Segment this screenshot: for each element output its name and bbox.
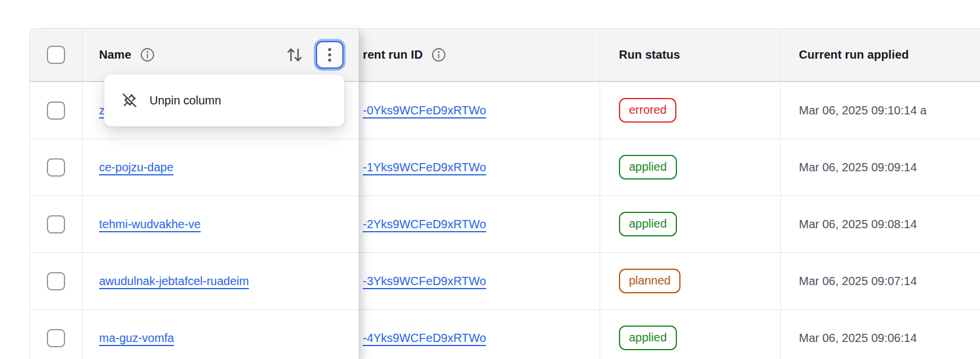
- status-badge: applied: [619, 155, 677, 180]
- run-id-link[interactable]: -4Yks9WCFeD9xRTWo: [363, 331, 486, 345]
- column-header-label: rent run ID: [363, 48, 423, 62]
- pin-off-icon: [121, 92, 138, 109]
- unpin-column-label: Unpin column: [149, 94, 221, 107]
- table-cell-select: [30, 82, 82, 139]
- column-run-status: Run status errored applied applied plann…: [600, 29, 781, 359]
- column-header-label: Run status: [619, 48, 680, 62]
- row-checkbox[interactable]: [47, 272, 65, 290]
- name-link[interactable]: awudulnak-jebtafcel-ruadeim: [99, 275, 249, 288]
- table-cell-name: awudulnak-jebtafcel-ruadeim: [83, 253, 359, 310]
- run-id-link[interactable]: -2Yks9WCFeD9xRTWo: [363, 218, 486, 231]
- table-cell-run-id: -1Yks9WCFeD9xRTWo: [359, 139, 600, 196]
- table-cell-applied: Mar 06, 2025 09:07:14: [781, 253, 980, 310]
- column-header-label: Current run applied: [799, 48, 908, 62]
- table-cell-applied: Mar 06, 2025 09:10:14 a: [781, 82, 980, 139]
- info-icon[interactable]: [139, 47, 155, 63]
- status-badge: applied: [619, 326, 677, 350]
- table-cell-applied: Mar 06, 2025 09:08:14: [781, 196, 980, 253]
- column-select: [30, 29, 83, 359]
- row-checkbox[interactable]: [47, 158, 65, 177]
- table-cell-select: [30, 139, 82, 196]
- run-id-link[interactable]: -0Yks9WCFeD9xRTWo: [363, 104, 486, 117]
- run-id-link[interactable]: -1Yks9WCFeD9xRTWo: [363, 161, 486, 174]
- column-menu-button[interactable]: [316, 41, 343, 69]
- table-cell-select: [30, 196, 82, 253]
- timestamp: Mar 06, 2025 09:08:14: [799, 218, 917, 231]
- table-cell-status: applied: [600, 139, 780, 196]
- unpin-column-menu-item[interactable]: Unpin column: [104, 74, 344, 126]
- table-cell-status: applied: [600, 196, 780, 253]
- status-badge: applied: [619, 212, 677, 236]
- table-cell-run-id: -2Yks9WCFeD9xRTWo: [359, 196, 600, 253]
- column-header-current-run-applied: Current run applied: [781, 29, 980, 82]
- table-cell-status: applied: [600, 310, 780, 359]
- table-cell-name: ce-pojzu-dape: [83, 139, 359, 196]
- column-current-run-id: rent run ID -0Yks9WCFeD9xRTWo -1Yks9WCFe…: [359, 29, 600, 359]
- row-checkbox[interactable]: [47, 329, 65, 347]
- table-cell-run-id: -0Yks9WCFeD9xRTWo: [359, 82, 600, 139]
- runs-table: rent run ID -0Yks9WCFeD9xRTWo -1Yks9WCFe…: [29, 28, 980, 359]
- table-cell-select: [30, 253, 82, 310]
- column-header-run-status: Run status: [600, 29, 780, 82]
- run-id-link[interactable]: -3Yks9WCFeD9xRTWo: [363, 275, 486, 288]
- table-cell-applied: Mar 06, 2025 09:09:14: [781, 139, 980, 196]
- column-menu-dropdown: Unpin column: [104, 74, 345, 127]
- table-cell-applied: Mar 06, 2025 09:06:14: [781, 310, 980, 359]
- table-cell-run-id: -4Yks9WCFeD9xRTWo: [359, 310, 600, 359]
- vertical-dots-icon: [328, 48, 331, 51]
- table-cell-status: errored: [600, 82, 780, 139]
- timestamp: Mar 06, 2025 09:06:14: [799, 331, 917, 345]
- timestamp: Mar 06, 2025 09:07:14: [799, 275, 917, 288]
- select-all-header-cell: [30, 29, 82, 82]
- row-checkbox[interactable]: [47, 215, 65, 233]
- table-cell-run-id: -3Yks9WCFeD9xRTWo: [359, 253, 600, 310]
- name-link[interactable]: ce-pojzu-dape: [99, 161, 173, 174]
- column-header-current-run-id: rent run ID: [359, 29, 600, 82]
- column-current-run-applied: Current run applied Mar 06, 2025 09:10:1…: [781, 29, 980, 359]
- name-link[interactable]: ma-guz-vomfa: [99, 331, 174, 345]
- column-header-label: Name: [99, 48, 131, 62]
- table-cell-select: [30, 310, 82, 359]
- status-badge: planned: [619, 269, 680, 293]
- select-all-checkbox[interactable]: [47, 46, 65, 64]
- scrolled-columns: rent run ID -0Yks9WCFeD9xRTWo -1Yks9WCFe…: [359, 29, 980, 359]
- table-cell-name: tehmi-wudvakhe-ve: [83, 196, 359, 253]
- table-cell-name: ma-guz-vomfa: [83, 310, 359, 359]
- info-icon[interactable]: [431, 47, 447, 63]
- row-checkbox[interactable]: [47, 101, 65, 120]
- name-link[interactable]: tehmi-wudvakhe-ve: [99, 218, 200, 231]
- timestamp: Mar 06, 2025 09:09:14: [799, 161, 917, 174]
- status-badge: errored: [619, 98, 676, 123]
- timestamp: Mar 06, 2025 09:10:14 a: [799, 104, 927, 117]
- table-cell-status: planned: [600, 253, 780, 310]
- arrow-up-down-icon[interactable]: [286, 46, 303, 63]
